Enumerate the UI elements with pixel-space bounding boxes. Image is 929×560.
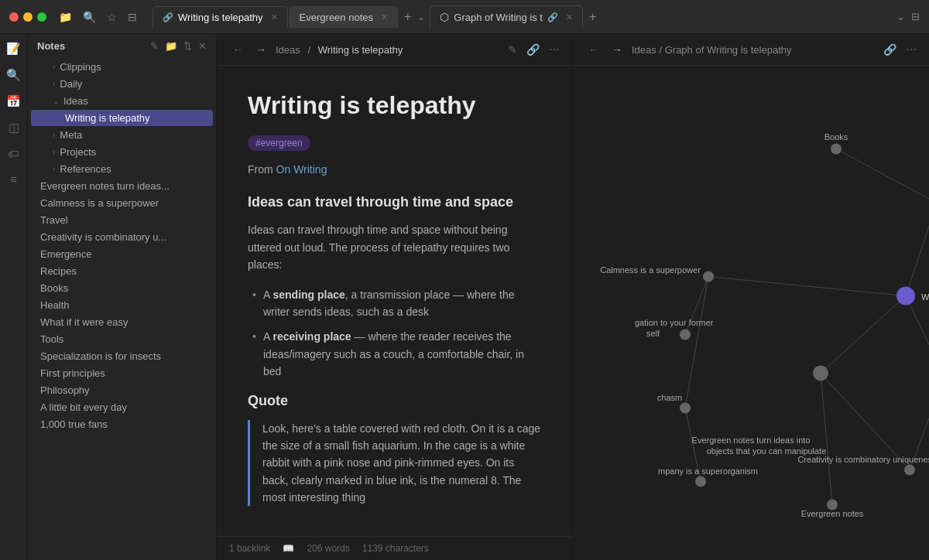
tab-writing-telepathy[interactable]: 🔗 Writing is telepathy ✕ [153,6,288,28]
node-label-evergreen-turn1: Evergreen notes turn ideas into [692,435,811,445]
edge-calmness-chasm [685,277,708,408]
collapse-icon[interactable]: ⌄ [896,11,905,22]
tab-close-button[interactable]: ✕ [271,12,278,22]
star-icon[interactable]: ☆ [107,11,117,23]
note-footer: 1 backlink 📖 206 words 1139 characters [217,536,572,560]
minimize-button[interactable] [23,12,33,22]
sidebar-item-tools[interactable]: Tools [31,331,213,347]
layers-icon[interactable]: ◫ [9,121,19,135]
tabs-chevron-icon[interactable]: ⌄ [417,12,425,22]
graph-node-company[interactable]: mpany is a superorganism [658,466,758,487]
sidebar-item-philosophy[interactable]: Philosophy [31,382,213,398]
sidebar-item-books[interactable]: Books [31,280,213,296]
tab-label: Writing is telepathy [178,12,263,23]
sidebar-item-little-bit[interactable]: A little bit every day [31,399,213,415]
node-label-obligation: gation to your former [635,318,714,327]
tag-pill[interactable]: #evergreen [248,135,310,151]
close-button[interactable] [9,12,19,22]
sort-icon[interactable]: ⇅ [183,40,192,52]
bullet1-bold: sending place [273,289,345,301]
close-sidebar-icon[interactable]: ✕ [198,40,207,52]
graph-actions: 🔗 ⋯ [883,43,917,56]
graph-link-icon[interactable]: 🔗 [883,43,896,56]
breadcrumb-parent[interactable]: Ideas [276,44,300,56]
sidebar-item-label: 1,000 true fans [40,418,108,430]
note-toolbar: ← → Ideas / Writing is telepathy ✎ 🔗 ⋯ [217,34,572,66]
graph-node-evergreen-notes[interactable]: Evergreen notes [801,500,864,518]
graph-forward-button[interactable]: → [608,42,626,57]
sidebar-item-ideas[interactable]: ⌄ Ideas [31,93,213,109]
more-icon[interactable]: ⋯ [549,43,560,56]
tag-icon[interactable]: 🏷 [8,147,19,160]
graph-more-icon[interactable]: ⋯ [906,43,917,56]
section1-title: Ideas can travel through time and space [248,194,541,210]
split-view-icon[interactable]: ⊟ [911,11,920,22]
graph-node-obligation[interactable]: gation to your former self [635,318,714,340]
graph-node-calmness[interactable]: Calmness is a superpower [600,265,714,282]
sidebar-item-calmness[interactable]: Calmness is a superpower [31,195,213,211]
graph-tab-close-button[interactable]: ✕ [566,12,573,22]
sidebar-toggle-icon[interactable]: ⊟ [128,11,137,23]
tab-graph[interactable]: ⬡ Graph of Writing is t 🔗 ✕ [430,5,583,28]
folder-icon[interactable]: 📁 [59,11,72,23]
search-icon[interactable]: 🔍 [83,11,96,23]
tab-close-button[interactable]: ✕ [381,12,388,22]
sidebar-item-emergence[interactable]: Emergence [31,246,213,262]
back-button[interactable]: ← [229,42,246,57]
graph-node-books[interactable]: Books [824,132,848,155]
sidebar-item-travel[interactable]: Travel [31,212,213,228]
sidebar-item-writing-telepathy[interactable]: Writing is telepathy [31,110,213,126]
graph-node-creativity[interactable]: Creativity is combinatory uniqueness [797,455,929,476]
node-label-writing-telepathy: Writing is telepathy [921,292,929,302]
add-tab-button[interactable]: + [399,10,416,24]
graph-breadcrumb-sep: / [659,44,662,56]
sidebar-item-true-fans[interactable]: 1,000 true fans [31,416,213,432]
sidebar-item-references[interactable]: › References [31,161,213,177]
sidebar-item-evergreen-notes-turn[interactable]: Evergreen notes turn ideas... [31,178,213,194]
graph-node-evergreen-turn[interactable]: Evergreen notes turn ideas into objects … [692,366,828,456]
graph-node-chasm[interactable]: chasm [657,393,691,414]
sidebar-item-creativity[interactable]: Creativity is combinatory u... [31,229,213,245]
sidebar-item-clippings[interactable]: › Clippings [31,59,213,75]
node-circle-company [695,476,706,487]
calendar-icon[interactable]: 📅 [6,94,21,108]
sidebar-item-what-if[interactable]: What if it were easy [31,314,213,330]
forward-button[interactable]: → [252,42,269,57]
new-folder-icon[interactable]: 📁 [165,40,177,52]
graph-breadcrumb-current: Graph of Writing is telepathy [665,44,792,56]
sidebar-item-first-principles[interactable]: First principles [31,365,213,381]
list-icon[interactable]: ≡ [10,172,17,186]
sidebar-item-projects[interactable]: › Projects [31,144,213,160]
node-label-books: Books [824,132,848,142]
copy-link-icon[interactable]: 🔗 [526,43,540,56]
graph-tab-label: Graph of Writing is t [454,12,543,23]
tab-evergreen-notes[interactable]: Evergreen notes ✕ [290,6,398,28]
sidebar-item-meta[interactable]: › Meta [31,127,213,143]
sidebar-item-label: Specialization is for insects [40,350,161,362]
search-sidebar-icon[interactable]: 🔍 [6,68,21,82]
maximize-button[interactable] [37,12,46,22]
sidebar-item-label: Projects [60,146,96,158]
graph-content: Books On Writing Writing is telepathy Ca… [573,66,929,560]
new-note-icon[interactable]: ✎ [150,40,159,52]
graph-node-writing-telepathy[interactable]: Writing is telepathy [896,287,929,306]
sidebar-item-label: Books [40,282,68,294]
section2-title: Quote [248,393,541,409]
sidebar-item-health[interactable]: Health [31,297,213,313]
notes-icon[interactable]: 📝 [6,42,21,56]
node-circle-creativity [904,465,915,476]
edit-icon[interactable]: ✎ [508,43,517,56]
from-label: From [248,163,276,176]
tab-label: Evergreen notes [300,12,373,23]
graph-back-button[interactable]: ← [585,42,602,57]
sidebar-item-daily[interactable]: › Daily [31,76,213,92]
backlinks-count[interactable]: 1 backlink [229,543,270,554]
graph-breadcrumb-parent[interactable]: Ideas [632,44,656,56]
note-pane: ← → Ideas / Writing is telepathy ✎ 🔗 ⋯ W… [217,34,573,560]
sidebar-item-specialization[interactable]: Specialization is for insects [31,348,213,364]
sidebar-item-recipes[interactable]: Recipes [31,263,213,279]
from-link[interactable]: On Writing [276,163,327,176]
sidebar-item-label: Meta [60,129,82,141]
add-graph-tab-button[interactable]: + [584,10,601,24]
sidebar-header: Notes ✎ 📁 ⇅ ✕ [28,34,216,58]
